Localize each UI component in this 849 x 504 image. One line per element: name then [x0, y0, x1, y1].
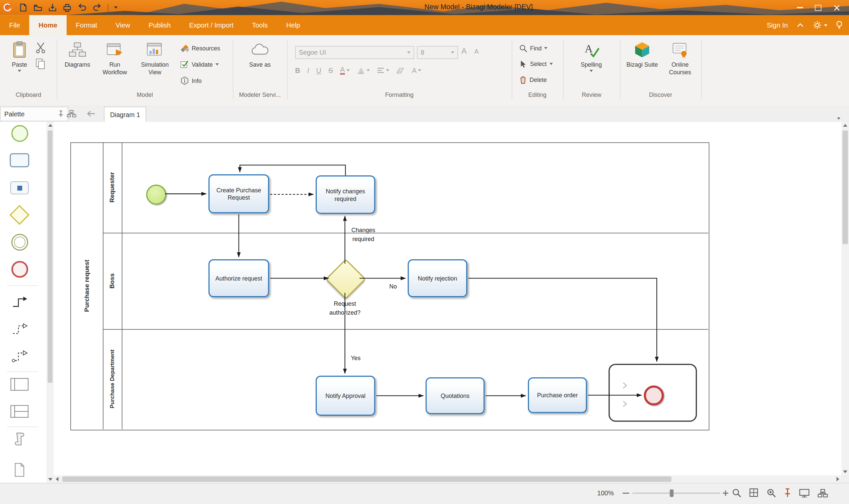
start-event[interactable]	[146, 185, 166, 204]
new-document-icon[interactable]	[19, 3, 28, 12]
print-icon[interactable]	[63, 3, 71, 12]
pan-window-icon[interactable]	[749, 488, 759, 498]
tab-publish[interactable]: Publish	[139, 15, 180, 35]
validate-button[interactable]: Validate	[180, 58, 219, 70]
tab-view[interactable]: View	[106, 15, 139, 35]
palette-scroll-thumb[interactable]	[48, 130, 53, 383]
canvas-scroll-left[interactable]	[54, 475, 61, 483]
palette-association[interactable]	[8, 345, 30, 366]
palette-end-event[interactable]	[8, 258, 30, 280]
maximize-button[interactable]	[809, 0, 828, 15]
redo-icon[interactable]	[92, 3, 102, 12]
palette-scrollbar[interactable]	[47, 122, 53, 483]
task-notify-approval[interactable]: Notify Approval	[316, 376, 375, 416]
task-authorize-request[interactable]: Authorize request	[209, 259, 269, 297]
paste-button[interactable]: Paste	[5, 39, 34, 72]
cut-button[interactable]	[35, 42, 47, 56]
strikethrough-button[interactable]: S	[328, 66, 333, 74]
grow-font-button[interactable]: A	[461, 46, 467, 55]
palette-scroll-down[interactable]	[47, 476, 53, 483]
zoom-tool-icon[interactable]	[732, 488, 741, 498]
font-family-select[interactable]: Segoe UI	[295, 46, 414, 59]
palette-group[interactable]	[8, 429, 30, 450]
bold-button[interactable]: B	[295, 66, 300, 74]
canvas-scroll-down[interactable]	[842, 468, 849, 475]
zoom-out-button[interactable]	[623, 493, 630, 494]
tab-diagram-1[interactable]: Diagram 1	[104, 107, 146, 122]
font-size-select[interactable]: 8	[417, 46, 458, 59]
lane-label-requester[interactable]: Requester	[107, 155, 118, 220]
tab-export-import[interactable]: Export / Import	[180, 15, 243, 35]
tab-help[interactable]: Help	[277, 15, 309, 35]
palette-pool[interactable]	[8, 374, 30, 395]
palette-start-event[interactable]	[8, 122, 30, 144]
tab-tools[interactable]: Tools	[243, 15, 277, 35]
settings-button[interactable]	[813, 21, 828, 30]
palette-intermediate-event[interactable]	[8, 231, 30, 253]
diagram-canvas[interactable]: Purchase request Requester Boss Purchase…	[54, 122, 842, 475]
palette-data-object[interactable]	[8, 459, 30, 481]
font-color-button[interactable]: A	[340, 66, 349, 75]
tab-list-dropdown[interactable]	[837, 112, 841, 122]
pin-icon[interactable]	[58, 110, 64, 118]
save-as-button[interactable]: Save as	[244, 39, 276, 68]
select-button[interactable]: Select	[519, 58, 553, 70]
canvas-hscroll-thumb[interactable]	[62, 476, 672, 482]
lane-label-boss[interactable]: Boss	[107, 248, 118, 313]
canvas-vertical-scrollbar[interactable]	[842, 122, 849, 475]
presentation-icon[interactable]	[799, 488, 810, 497]
format-eraser-button[interactable]	[396, 67, 405, 74]
canvas-horizontal-scrollbar[interactable]	[54, 475, 842, 483]
task-create-purchase-request[interactable]: Create Purchase Request	[209, 175, 269, 214]
simulation-view-button[interactable]: Simulation View	[136, 39, 174, 76]
end-event[interactable]	[644, 385, 664, 405]
info-button[interactable]: Info	[180, 75, 202, 87]
spelling-button[interactable]: A Spelling	[575, 39, 608, 72]
help-bulb-icon[interactable]	[836, 21, 843, 30]
close-button[interactable]	[828, 0, 846, 15]
bizagi-suite-button[interactable]: Bizagi Suite	[624, 39, 660, 68]
find-button[interactable]: Find	[519, 42, 548, 54]
italic-button[interactable]: I	[307, 66, 309, 74]
zoom-slider-track[interactable]	[632, 493, 720, 494]
resources-button[interactable]: Resources	[180, 42, 220, 54]
undo-icon[interactable]	[77, 3, 87, 12]
copy-button[interactable]	[35, 58, 47, 72]
underline-button[interactable]: U	[316, 66, 321, 74]
palette-sub-process[interactable]	[8, 177, 30, 199]
delete-button[interactable]: Delete	[519, 74, 547, 86]
canvas-vscroll-thumb[interactable]	[842, 130, 848, 244]
palette-message-flow[interactable]	[8, 318, 30, 339]
lane-label-purchase-department[interactable]: Purchase Department	[107, 346, 118, 412]
tab-format[interactable]: Format	[67, 15, 106, 35]
palette-gateway[interactable]	[8, 204, 30, 226]
pin-tool-icon[interactable]	[784, 488, 791, 498]
customize-quick-access-icon[interactable]	[114, 7, 118, 9]
zoom-slider-thumb[interactable]	[670, 489, 673, 497]
tab-file[interactable]: File	[0, 15, 29, 35]
task-notify-rejection[interactable]: Notify rejection	[408, 259, 467, 297]
diagrams-button[interactable]: Diagrams	[61, 39, 94, 68]
back-button[interactable]	[82, 108, 100, 120]
zoom-in-tool-icon[interactable]	[767, 488, 776, 498]
align-button[interactable]	[377, 67, 389, 74]
canvas-scroll-up[interactable]	[842, 122, 849, 129]
run-workflow-button[interactable]: Run Workflow	[98, 39, 132, 76]
zoom-in-button[interactable]	[722, 490, 729, 497]
task-purchase-order[interactable]: Purchase order	[528, 377, 587, 413]
task-quotations[interactable]: Quotations	[426, 377, 485, 414]
diagram-list-button[interactable]	[64, 108, 79, 120]
minimize-button[interactable]	[791, 0, 809, 15]
online-courses-button[interactable]: Online Courses	[663, 39, 697, 76]
collapse-ribbon-icon[interactable]	[797, 23, 804, 28]
shrink-font-button[interactable]: A	[474, 48, 478, 55]
line-color-button[interactable]: A	[412, 66, 421, 74]
canvas-scroll-right[interactable]	[834, 475, 842, 483]
pool-label[interactable]: Purchase request	[81, 253, 92, 318]
fill-color-button[interactable]	[357, 67, 370, 74]
tab-home[interactable]: Home	[29, 15, 66, 35]
palette-task[interactable]	[8, 149, 30, 171]
palette-sequence-flow[interactable]	[8, 291, 30, 312]
open-document-icon[interactable]	[34, 3, 42, 12]
save-icon[interactable]	[48, 3, 57, 12]
